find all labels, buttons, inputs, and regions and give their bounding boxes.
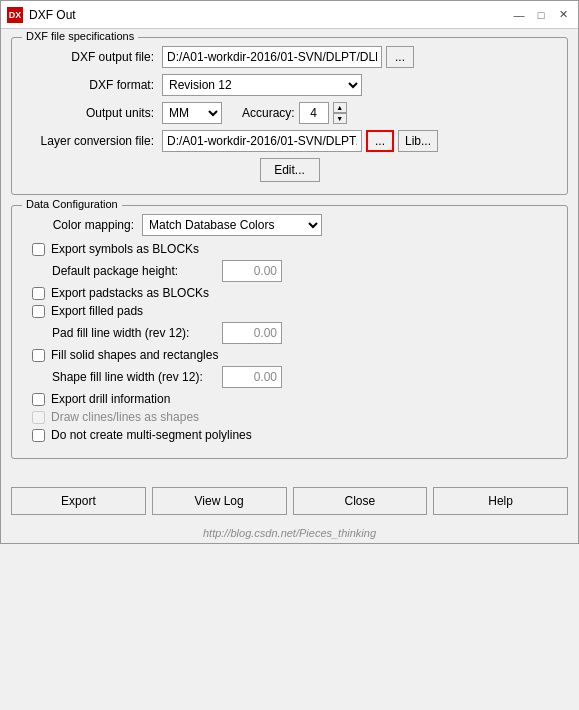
accuracy-up-button[interactable]: ▲ [333, 102, 347, 113]
default-pkg-height-row: Default package height: [52, 260, 555, 282]
export-filled-pads-label: Export filled pads [51, 304, 143, 318]
output-units-control: MM Inch Accuracy: ▲ ▼ [162, 102, 555, 124]
dxf-out-window: DX DXF Out — □ ✕ DXF file specifications… [0, 0, 579, 544]
export-padstacks-row: Export padstacks as BLOCKs [32, 286, 555, 300]
data-config-group: Data Configuration Color mapping: Match … [11, 205, 568, 459]
titlebar: DX DXF Out — □ ✕ [1, 1, 578, 29]
accuracy-input[interactable] [299, 102, 329, 124]
export-drill-checkbox[interactable] [32, 393, 45, 406]
export-filled-pads-row: Export filled pads [32, 304, 555, 318]
export-symbols-label: Export symbols as BLOCKs [51, 242, 199, 256]
close-button[interactable]: ✕ [554, 6, 572, 24]
layer-conv-label: Layer conversion file: [24, 134, 154, 148]
accuracy-spinner: ▲ ▼ [333, 102, 347, 124]
data-config-title: Data Configuration [22, 198, 122, 210]
shape-fill-line-input[interactable] [222, 366, 282, 388]
dxf-format-select[interactable]: Revision 12 Revision 14 AutoCAD 2000 [162, 74, 362, 96]
view-log-button[interactable]: View Log [152, 487, 287, 515]
default-pkg-height-input[interactable] [222, 260, 282, 282]
export-filled-pads-checkbox[interactable] [32, 305, 45, 318]
draw-clines-row: Draw clines/lines as shapes [32, 410, 555, 424]
color-mapping-select[interactable]: Match Database Colors Use Layer Colors [142, 214, 322, 236]
no-multi-segment-label: Do not create multi-segment polylines [51, 428, 252, 442]
dxf-format-label: DXF format: [24, 78, 154, 92]
layer-conv-browse-button[interactable]: ... [366, 130, 394, 152]
color-mapping-row: Color mapping: Match Database Colors Use… [24, 214, 555, 236]
accuracy-label: Accuracy: [242, 106, 295, 120]
color-mapping-label: Color mapping: [24, 218, 134, 232]
output-file-browse-button[interactable]: ... [386, 46, 414, 68]
footer-buttons: Export View Log Close Help [1, 479, 578, 525]
main-content: DXF file specifications DXF output file:… [1, 29, 578, 479]
edit-button[interactable]: Edit... [260, 158, 320, 182]
titlebar-controls: — □ ✕ [510, 6, 572, 24]
pad-fill-line-row: Pad fill line width (rev 12): [52, 322, 555, 344]
fill-solid-row: Fill solid shapes and rectangles [32, 348, 555, 362]
default-pkg-height-label: Default package height: [52, 264, 222, 278]
dxf-specs-title: DXF file specifications [22, 30, 138, 42]
output-units-label: Output units: [24, 106, 154, 120]
export-padstacks-checkbox[interactable] [32, 287, 45, 300]
lib-button[interactable]: Lib... [398, 130, 438, 152]
export-symbols-checkbox[interactable] [32, 243, 45, 256]
pad-fill-line-input[interactable] [222, 322, 282, 344]
draw-clines-checkbox [32, 411, 45, 424]
export-drill-label: Export drill information [51, 392, 170, 406]
layer-conv-row: Layer conversion file: ... Lib... [24, 130, 555, 152]
output-file-input[interactable] [162, 46, 382, 68]
dxf-format-control: Revision 12 Revision 14 AutoCAD 2000 [162, 74, 555, 96]
export-drill-row: Export drill information [32, 392, 555, 406]
output-file-control: ... [162, 46, 555, 68]
layer-conv-input[interactable] [162, 130, 362, 152]
dxf-format-row: DXF format: Revision 12 Revision 14 Auto… [24, 74, 555, 96]
output-file-label: DXF output file: [24, 50, 154, 64]
shape-fill-line-row: Shape fill line width (rev 12): [52, 366, 555, 388]
minimize-button[interactable]: — [510, 6, 528, 24]
export-padstacks-label: Export padstacks as BLOCKs [51, 286, 209, 300]
layer-conv-control: ... Lib... [162, 130, 555, 152]
export-button[interactable]: Export [11, 487, 146, 515]
no-multi-segment-row: Do not create multi-segment polylines [32, 428, 555, 442]
dxf-specs-group: DXF file specifications DXF output file:… [11, 37, 568, 195]
shape-fill-line-label: Shape fill line width (rev 12): [52, 370, 222, 384]
window-title: DXF Out [29, 8, 510, 22]
units-select[interactable]: MM Inch [162, 102, 222, 124]
fill-solid-label: Fill solid shapes and rectangles [51, 348, 218, 362]
fill-solid-checkbox[interactable] [32, 349, 45, 362]
output-units-row: Output units: MM Inch Accuracy: ▲ ▼ [24, 102, 555, 124]
edit-btn-row: Edit... [24, 158, 555, 182]
close-dialog-button[interactable]: Close [293, 487, 428, 515]
accuracy-down-button[interactable]: ▼ [333, 113, 347, 124]
watermark: http://blog.csdn.net/Pieces_thinking [1, 525, 578, 543]
maximize-button[interactable]: □ [532, 6, 550, 24]
app-icon: DX [7, 7, 23, 23]
pad-fill-line-label: Pad fill line width (rev 12): [52, 326, 222, 340]
help-button[interactable]: Help [433, 487, 568, 515]
no-multi-segment-checkbox[interactable] [32, 429, 45, 442]
draw-clines-label: Draw clines/lines as shapes [51, 410, 199, 424]
export-symbols-row: Export symbols as BLOCKs [32, 242, 555, 256]
output-file-row: DXF output file: ... [24, 46, 555, 68]
